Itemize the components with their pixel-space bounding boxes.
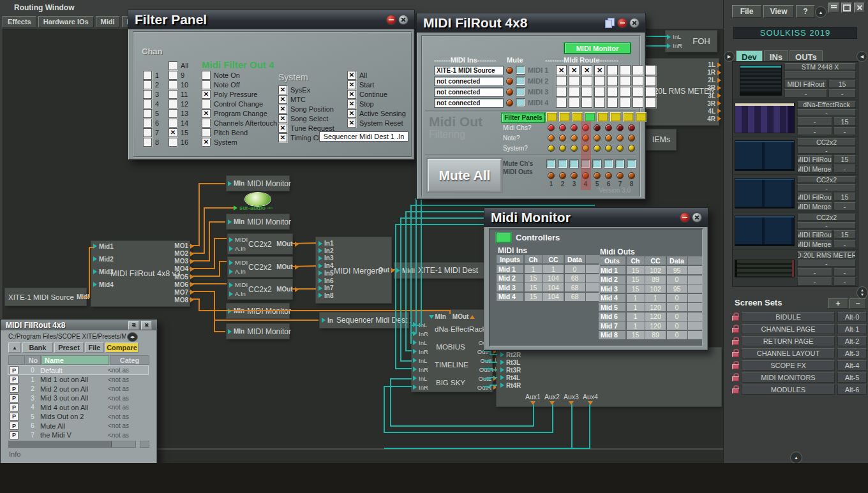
screen-set-shortcut[interactable]: Alt-0 (837, 312, 867, 322)
led-cell[interactable] (558, 134, 567, 142)
screen-set-name[interactable]: CHANNEL LAYOUT (742, 348, 835, 358)
checkbox[interactable] (168, 71, 177, 80)
device-name[interactable]: dNa-EffectRack (797, 101, 856, 108)
preset-row[interactable]: P 5 Mids Out on 2 <not as (8, 413, 148, 421)
eject-icon[interactable]: ▲ (815, 6, 827, 18)
preset-row[interactable]: P 4 Mid 4 out on All <not as (8, 403, 148, 411)
screen-set-shortcut[interactable]: Alt-2 (837, 336, 867, 346)
merger-inputs[interactable]: In1In2In3In4In5In6In7In8 (318, 240, 333, 299)
preset-row[interactable]: P 6 Mute All <not as (8, 422, 148, 430)
mute-cell[interactable] (546, 159, 556, 168)
screen-set-row[interactable]: CHANNEL LAYOUT Alt-3 (732, 347, 867, 359)
device-field[interactable]: - (797, 147, 856, 154)
rack-device-row[interactable]: InL InR MOBIUS OutL OutR (412, 338, 492, 356)
device-field[interactable]: MIDI Merger (797, 165, 832, 173)
mute-cell[interactable] (569, 159, 579, 168)
minimize-icon[interactable] (618, 18, 627, 27)
midi-out-port[interactable]: MO2 (174, 250, 189, 257)
screen-set-row[interactable]: SCOPE FX Alt-4 (732, 359, 867, 371)
mixer-aux-ports[interactable]: Aux1Aux2Aux3Aux4 (523, 393, 600, 405)
midi-in-port[interactable]: MIDI (229, 281, 248, 288)
audio-in-port[interactable]: InR (667, 42, 686, 49)
midi-out-name[interactable]: Mid 2 (599, 276, 625, 284)
lock-icon[interactable] (732, 373, 739, 381)
screen-set-shortcut[interactable]: Alt-5 (837, 372, 867, 383)
audio-out-port[interactable]: 1L (707, 61, 716, 68)
midi-out-port[interactable]: MOut (272, 263, 294, 270)
file-menu[interactable]: File (732, 5, 761, 18)
mute-all-button[interactable]: Mute All (428, 159, 502, 192)
device-thumbnail[interactable] (735, 260, 795, 277)
route-checkbox[interactable] (556, 76, 567, 86)
route-checkbox[interactable] (607, 76, 618, 86)
device-thumbnail[interactable] (735, 216, 795, 246)
scrollbar-thumb[interactable] (9, 441, 112, 447)
checkbox[interactable] (347, 80, 356, 89)
device-field[interactable]: 15 (834, 155, 856, 163)
midi-in-port[interactable]: In2 (318, 247, 333, 254)
midi-in-port[interactable]: In6 (318, 277, 333, 284)
panel-button[interactable] (623, 112, 634, 122)
midi-out-port[interactable]: MO8 (174, 297, 189, 304)
checkbox[interactable] (347, 119, 356, 128)
preset-titlebar[interactable]: MIDI FilRout 4x8 = × (1, 320, 157, 330)
node-midi-monitor-2[interactable]: MIn MIDI Monitor (227, 214, 289, 229)
led-cell[interactable] (627, 144, 636, 152)
preset-row[interactable]: P 0 Default <not as (8, 366, 148, 374)
next-tab-icon[interactable]: ◀ (857, 51, 867, 62)
route-checkbox[interactable] (556, 87, 567, 97)
midi-out-name[interactable]: Mid 3 (599, 284, 625, 293)
midi-out-port[interactable]: MO3 (174, 258, 189, 265)
led-cell[interactable] (546, 144, 556, 152)
route-checkbox[interactable] (607, 98, 618, 108)
node-sequencer-midi-dest[interactable]: In Sequencer Midi Dest 1 (320, 313, 408, 328)
panel-button[interactable] (572, 112, 583, 122)
channel-number[interactable]: 2 (558, 180, 567, 188)
midi-out-port[interactable]: MO4 (174, 265, 189, 272)
bank-button[interactable]: Bank (22, 342, 53, 353)
preset-row[interactable]: P 2 Mid 2 out on All <not as (8, 385, 148, 393)
close-icon[interactable] (630, 18, 639, 27)
bank-up-button[interactable]: ▲ (8, 342, 21, 353)
route-checkbox[interactable] (581, 87, 592, 97)
filrout-node-outputs[interactable]: MO1MO2MO3MO4MO5MO6MO7MO8 (174, 242, 189, 304)
midi-out-name[interactable]: Mid 6 (599, 313, 625, 321)
route-checkbox[interactable] (620, 98, 631, 108)
device-field[interactable]: 15 (834, 193, 856, 201)
midi-in-port[interactable]: Mid4 (93, 280, 114, 289)
checkbox[interactable] (202, 90, 211, 99)
lock-icon[interactable] (732, 313, 739, 321)
node-xite-midi-dest[interactable]: Midi XITE-1 MIDI Dest (394, 263, 487, 278)
screen-set-name[interactable]: RETURN PAGE (742, 336, 835, 346)
midi-in-port[interactable]: In4 (318, 262, 333, 269)
route-checkbox[interactable] (569, 98, 580, 108)
file-button[interactable]: File (85, 342, 104, 353)
midi-in-port[interactable]: In3 (318, 254, 333, 261)
lock-icon[interactable] (732, 325, 739, 333)
checkbox[interactable] (278, 105, 287, 114)
audio-out-port[interactable]: OutR (467, 384, 492, 391)
midi-out-name[interactable]: Mid 4 (599, 294, 625, 302)
midi-out-port[interactable]: Out (378, 267, 390, 274)
checkbox[interactable] (143, 80, 152, 89)
channel-number[interactable]: 3 (569, 180, 579, 188)
device-field[interactable]: - (797, 277, 832, 286)
led-cell[interactable] (627, 134, 636, 142)
led-cell[interactable] (569, 124, 579, 132)
filter-panel-titlebar[interactable]: Filter Panel (128, 10, 414, 29)
rack-device-row[interactable]: InL InR TIMELINE OutL OutR (412, 356, 492, 374)
audio-out-port[interactable]: OutL (468, 357, 494, 364)
node-effect-rack[interactable]: MIn MOut InL InR dNa-EffectRack (412, 310, 492, 392)
device-field[interactable]: - (828, 89, 856, 98)
node-cc2x2-2[interactable]: MIDIA.In CC2x2 MOut (228, 257, 292, 277)
mute-cell[interactable] (592, 159, 602, 168)
audio-in-port[interactable]: InR (413, 330, 435, 337)
preset-icon[interactable]: P (10, 366, 19, 374)
screen-set-name[interactable]: MIDI MONITORS (742, 372, 835, 383)
led-cell[interactable] (615, 144, 625, 152)
checkbox[interactable] (202, 109, 211, 118)
led-cell[interactable] (546, 124, 556, 132)
audio-in-port[interactable]: InL (413, 375, 435, 382)
checkbox[interactable] (278, 133, 287, 142)
checkbox[interactable] (143, 99, 152, 108)
